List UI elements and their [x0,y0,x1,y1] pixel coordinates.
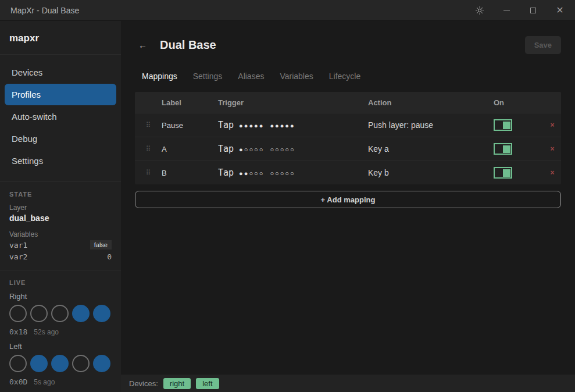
titlebar: MapXr - Dual Base ✕ [0,0,575,21]
led-indicator [9,355,27,372]
led-indicator [30,305,48,322]
column-header-trigger: Trigger [218,98,368,107]
minimize-button[interactable] [502,6,511,15]
live-device-meta: 0x18 52s ago [9,327,112,336]
column-header-label: Label [162,98,218,107]
main-area: ← Dual Base Save Mappings Settings Alias… [121,21,575,392]
page-header: ← Dual Base Save [138,36,561,54]
window-title: MapXr - Dual Base [10,6,79,15]
mapping-label: Pause [162,121,218,130]
on-toggle[interactable] [494,143,512,155]
drag-handle-icon[interactable]: ⠿ [135,145,162,153]
mapping-action: Key a [368,144,494,154]
page-title: Dual Base [160,38,216,52]
led-indicator [9,305,27,322]
device-last-seen: 52s ago [34,328,59,336]
table-row: ⠿ A Tap ●○○○○ ○○○○○ Key a × [135,137,561,161]
variables-label: Variables [9,230,112,238]
trigger-chord-dots: ●●○○○ ○○○○○ [239,170,295,177]
table-row: ⠿ B Tap ●●○○○ ○○○○○ Key b × [135,161,561,184]
led-indicator [72,355,90,372]
maximize-icon [530,8,536,13]
table-header-row: Label Trigger Action On [135,92,561,113]
toggle-knob [503,145,510,153]
toggle-cell [494,119,544,131]
on-toggle[interactable] [494,167,512,179]
close-button[interactable]: ✕ [555,6,565,15]
mappings-table: Label Trigger Action On ⠿ Pause Tap ●●●●… [135,92,561,184]
tab-lifecycle[interactable]: Lifecycle [329,72,360,81]
trigger-type: Tap [218,168,234,178]
add-mapping-button[interactable]: + Add mapping [135,191,561,208]
app-body: mapxr Devices Profiles Auto-switch Debug… [0,21,575,392]
led-row-right [9,305,112,322]
led-indicator [51,305,69,322]
statusbar: Devices: right left [121,374,575,392]
toggle-cell [494,143,544,155]
save-button[interactable]: Save [525,36,561,54]
led-indicator [93,305,110,322]
toggle-knob [503,122,510,129]
led-row-left [9,355,112,372]
led-indicator [30,355,48,372]
sidebar-item-auto-switch[interactable]: Auto-switch [5,106,116,127]
live-device-name: Left [9,342,112,351]
tab-aliases[interactable]: Aliases [238,72,264,81]
live-header: LIVE [9,279,112,286]
sidebar-nav: Devices Profiles Auto-switch Debug Setti… [0,55,121,176]
device-badge-right: right [163,378,191,389]
device-code: 0x0D [9,377,27,386]
tab-variables[interactable]: Variables [280,72,313,81]
back-button[interactable]: ← [138,40,147,50]
variable-name: var2 [9,252,27,261]
tab-mappings[interactable]: Mappings [142,72,177,81]
mapping-trigger: Tap ●●●●● ●●●●● [218,120,368,130]
sidebar-item-profiles[interactable]: Profiles [5,84,116,105]
mapping-action: Push layer: pause [368,120,494,130]
devices-label: Devices: [129,379,158,388]
drag-handle-icon[interactable]: ⠿ [135,169,162,177]
minimize-icon [503,10,510,10]
trigger-chord-dots: ●●●●● ●●●●● [239,122,295,129]
sidebar-item-devices[interactable]: Devices [5,62,116,83]
led-indicator [93,355,110,372]
on-toggle[interactable] [494,119,512,131]
variable-row: var1 false [9,240,112,250]
maximize-button[interactable] [528,6,538,15]
tab-settings[interactable]: Settings [193,72,223,81]
device-badge-left: left [196,378,219,389]
variable-value: 0 [107,252,112,261]
device-last-seen: 5s ago [34,378,55,386]
mapping-label: B [162,169,218,177]
delete-mapping-button[interactable]: × [544,121,561,129]
theme-toggle-icon[interactable] [475,6,484,15]
live-device-name: Right [9,292,112,301]
toggle-cell [494,167,544,179]
app-logo: mapxr [0,21,121,55]
mapping-action: Key b [368,168,494,177]
sidebar-item-settings[interactable]: Settings [5,150,116,172]
trigger-type: Tap [218,144,234,154]
column-header-on: On [494,98,544,107]
drag-handle-icon[interactable]: ⠿ [135,121,162,129]
delete-mapping-button[interactable]: × [544,169,561,177]
state-section: STATE Layer dual_base Variables var1 fal… [0,182,121,264]
mapping-trigger: Tap ●○○○○ ○○○○○ [218,144,368,154]
variable-value-badge: false [90,240,112,250]
mapping-label: A [162,145,218,154]
live-device-meta: 0x0D 5s ago [9,377,112,386]
sidebar-item-debug[interactable]: Debug [5,128,116,149]
window-controls: ✕ [475,6,565,15]
layer-label: Layer [9,204,112,212]
led-indicator [72,305,90,322]
toggle-knob [503,169,510,177]
sidebar: mapxr Devices Profiles Auto-switch Debug… [0,21,121,392]
variable-row: var2 0 [9,252,112,261]
trigger-type: Tap [218,120,234,130]
delete-mapping-button[interactable]: × [544,145,561,153]
state-header: STATE [9,191,112,198]
mapping-trigger: Tap ●●○○○ ○○○○○ [218,168,368,178]
led-indicator [51,355,69,372]
live-section: LIVE Right 0x18 52s ago Left [0,270,121,392]
layer-value: dual_base [9,213,112,223]
